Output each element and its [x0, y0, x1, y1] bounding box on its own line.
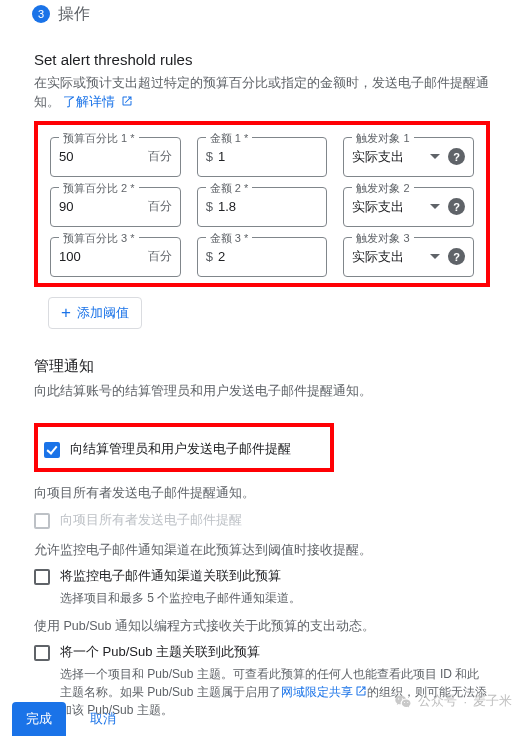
domain-restrict-link[interactable]: 网域限定共享 [281, 685, 353, 699]
chevron-down-icon [430, 154, 440, 159]
external-link-icon [121, 94, 133, 106]
trigger-value: 实际支出 [352, 148, 424, 166]
plus-icon: + [61, 304, 71, 321]
field-label: 触发对象 1 [352, 131, 413, 146]
percent-suffix: 百分 [148, 148, 172, 165]
field-label: 触发对象 3 [352, 231, 413, 246]
checkbox-row-monitor: 将监控电子邮件通知渠道关联到此预算 [34, 568, 490, 585]
checkbox-row-admin: 向结算管理员和用户发送电子邮件提醒 [44, 441, 320, 458]
help-icon[interactable]: ? [448, 148, 465, 165]
mgmt-desc-monitor: 允许监控电子邮件通知渠道在此预算达到阈值时接收提醒。 [34, 541, 490, 560]
amount-field-2[interactable]: 金额 2 * $ 1.8 [197, 187, 328, 227]
percent-field-1[interactable]: 预算百分比 1 * 50 百分 [50, 137, 181, 177]
checkbox-row-pubsub: 将一个 Pub/Sub 主题关联到此预算 [34, 644, 490, 661]
step-label: 操作 [58, 5, 90, 22]
amount-field-3[interactable]: 金额 3 * $ 2 [197, 237, 328, 277]
external-link-icon [355, 684, 367, 696]
percent-field-2[interactable]: 预算百分比 2 * 90 百分 [50, 187, 181, 227]
trigger-value: 实际支出 [352, 248, 424, 266]
field-label: 触发对象 2 [352, 181, 413, 196]
trigger-field-1[interactable]: 触发对象 1 实际支出 ? [343, 137, 474, 177]
mgmt-desc-owner: 向项目所有者发送电子邮件提醒通知。 [34, 484, 490, 503]
checkbox-row-owner: 向项目所有者发送电子邮件提醒 [34, 512, 490, 529]
watermark: 公众号 · 麦子米 [394, 692, 512, 710]
amount-value: 1 [218, 149, 318, 164]
field-label: 金额 1 * [206, 131, 253, 146]
wechat-icon [394, 694, 412, 708]
checkbox-pubsub[interactable] [34, 645, 50, 661]
percent-field-3[interactable]: 预算百分比 3 * 100 百分 [50, 237, 181, 277]
mgmt-title: 管理通知 [34, 357, 490, 376]
amount-field-1[interactable]: 金额 1 * $ 1 [197, 137, 328, 177]
checkbox-admin-label: 向结算管理员和用户发送电子邮件提醒 [70, 441, 291, 458]
trigger-field-3[interactable]: 触发对象 3 实际支出 ? [343, 237, 474, 277]
learn-more-link[interactable]: 了解详情 [63, 95, 115, 109]
amount-value: 1.8 [218, 199, 318, 214]
percent-suffix: 百分 [148, 248, 172, 265]
checkbox-monitor[interactable] [34, 569, 50, 585]
rule-row: 预算百分比 1 * 50 百分 金额 1 * $ 1 触发对象 1 实际支出 ? [50, 137, 474, 177]
currency-prefix: $ [206, 149, 213, 164]
percent-value: 90 [59, 199, 144, 214]
chevron-down-icon [430, 254, 440, 259]
rules-grid: 预算百分比 1 * 50 百分 金额 1 * $ 1 触发对象 1 实际支出 ? [50, 137, 474, 277]
cancel-button[interactable]: 取消 [84, 702, 122, 736]
field-label: 预算百分比 1 * [59, 131, 139, 146]
percent-value: 50 [59, 149, 144, 164]
footer-buttons: 完成 取消 [12, 702, 122, 736]
rule-row: 预算百分比 3 * 100 百分 金额 3 * $ 2 触发对象 3 实际支出 … [50, 237, 474, 277]
mgmt-desc-admin: 向此结算账号的结算管理员和用户发送电子邮件提醒通知。 [34, 382, 490, 401]
threshold-title: Set alert threshold rules [34, 51, 490, 68]
currency-prefix: $ [206, 249, 213, 264]
admin-email-highlight: 向结算管理员和用户发送电子邮件提醒 [34, 423, 334, 472]
field-label: 预算百分比 3 * [59, 231, 139, 246]
checkbox-admin-email[interactable] [44, 442, 60, 458]
currency-prefix: $ [206, 199, 213, 214]
checkbox-owner-label: 向项目所有者发送电子邮件提醒 [60, 512, 242, 529]
checkbox-monitor-label: 将监控电子邮件通知渠道关联到此预算 [60, 568, 281, 585]
help-icon[interactable]: ? [448, 248, 465, 265]
add-threshold-button[interactable]: + 添加阈值 [48, 297, 142, 329]
field-label: 金额 3 * [206, 231, 253, 246]
field-label: 预算百分比 2 * [59, 181, 139, 196]
help-icon[interactable]: ? [448, 198, 465, 215]
checkbox-monitor-sub: 选择项目和最多 5 个监控电子邮件通知渠道。 [60, 589, 490, 607]
step-header: 3操作 [0, 0, 524, 33]
threshold-desc: 在实际或预计支出超过特定的预算百分比或指定的金额时，发送电子邮件提醒通知。 了解… [34, 74, 490, 113]
checkbox-pubsub-label: 将一个 Pub/Sub 主题关联到此预算 [60, 644, 260, 661]
step-number-badge: 3 [32, 5, 50, 23]
checkbox-owner-email[interactable] [34, 513, 50, 529]
watermark-name: 麦子米 [473, 692, 512, 710]
trigger-field-2[interactable]: 触发对象 2 实际支出 ? [343, 187, 474, 227]
amount-value: 2 [218, 249, 318, 264]
field-label: 金额 2 * [206, 181, 253, 196]
trigger-value: 实际支出 [352, 198, 424, 216]
watermark-prefix: 公众号 [418, 692, 457, 710]
threshold-rules-highlight: 预算百分比 1 * 50 百分 金额 1 * $ 1 触发对象 1 实际支出 ? [34, 121, 490, 287]
mgmt-desc-pubsub: 使用 Pub/Sub 通知以编程方式接收关于此预算的支出动态。 [34, 617, 490, 636]
done-button[interactable]: 完成 [12, 702, 66, 736]
percent-value: 100 [59, 249, 144, 264]
add-threshold-label: 添加阈值 [77, 304, 129, 322]
chevron-down-icon [430, 204, 440, 209]
percent-suffix: 百分 [148, 198, 172, 215]
rule-row: 预算百分比 2 * 90 百分 金额 2 * $ 1.8 触发对象 2 实际支出… [50, 187, 474, 227]
